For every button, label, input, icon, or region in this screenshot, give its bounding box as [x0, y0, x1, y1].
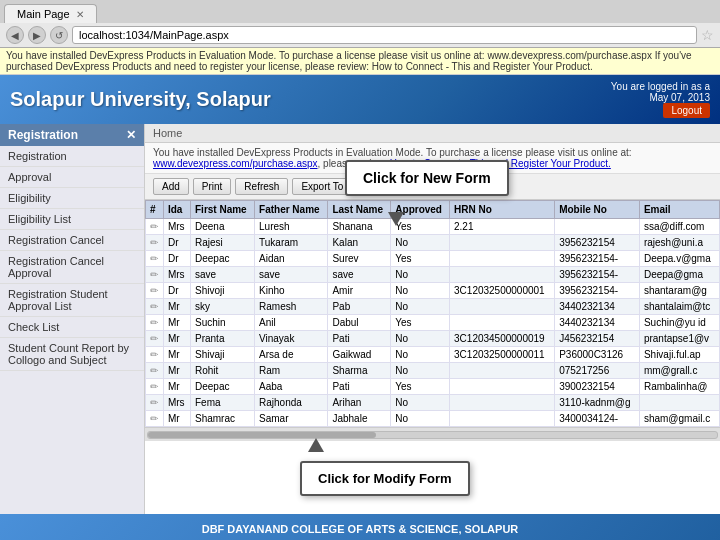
breadcrumb: Home — [145, 124, 720, 143]
cell-first: Fema — [191, 395, 255, 411]
cell-approved: Yes — [391, 379, 450, 395]
cell-edit[interactable]: ✏ — [146, 347, 164, 363]
refresh-button[interactable]: ↺ — [50, 26, 68, 44]
cell-hrn: 3C12032500000001 — [450, 283, 555, 299]
cell-edit[interactable]: ✏ — [146, 331, 164, 347]
edit-icon[interactable]: ✏ — [150, 365, 158, 376]
refresh-data-button[interactable]: Refresh — [235, 178, 288, 195]
sidebar-item-student-count[interactable]: Student Count Report by Collogo and Subj… — [0, 338, 144, 371]
cell-hrn — [450, 315, 555, 331]
edit-icon[interactable]: ✏ — [150, 381, 158, 392]
sidebar-item-checklist[interactable]: Check List — [0, 317, 144, 338]
cell-approved: Yes — [391, 315, 450, 331]
edit-icon[interactable]: ✏ — [150, 397, 158, 408]
cell-last: Shanana — [328, 219, 391, 235]
forward-button[interactable]: ▶ — [28, 26, 46, 44]
hscroll-track[interactable] — [147, 431, 718, 439]
data-table: # Ida First Name Father Name Last Name A… — [145, 200, 720, 427]
browser-tab[interactable]: Main Page ✕ — [4, 4, 97, 23]
add-button[interactable]: Add — [153, 178, 189, 195]
cell-father: Anil — [255, 315, 328, 331]
cell-ida: Mrs — [163, 219, 190, 235]
cell-approved: No — [391, 347, 450, 363]
table-row: ✏ Dr Rajesi Tukaram Kalan No 3956232154 … — [146, 235, 720, 251]
cell-ida: Dr — [163, 235, 190, 251]
sidebar-close-icon[interactable]: ✕ — [126, 128, 136, 142]
logout-button[interactable]: Logout — [663, 103, 710, 118]
cell-edit[interactable]: ✏ — [146, 251, 164, 267]
edit-icon[interactable]: ✏ — [150, 237, 158, 248]
cell-hrn — [450, 299, 555, 315]
cell-first: Suchin — [191, 315, 255, 331]
edit-icon[interactable]: ✏ — [150, 333, 158, 344]
edit-icon[interactable]: ✏ — [150, 317, 158, 328]
edit-icon[interactable]: ✏ — [150, 269, 158, 280]
table-body: ✏ Mrs Deena Luresh Shanana Yes 2.21 ssa@… — [146, 219, 720, 427]
cell-edit[interactable]: ✏ — [146, 411, 164, 427]
cell-edit[interactable]: ✏ — [146, 363, 164, 379]
cell-last: Pab — [328, 299, 391, 315]
site-header: Solapur University, Solapur You are logg… — [0, 75, 720, 124]
cell-first: Shivoji — [191, 283, 255, 299]
sidebar-item-reg-cancel[interactable]: Registration Cancel — [0, 230, 144, 251]
cell-edit[interactable]: ✏ — [146, 219, 164, 235]
cell-hrn — [450, 363, 555, 379]
cell-mobile: 3956232154- — [555, 267, 640, 283]
header-right: You are logged in as a May 07, 2013 Logo… — [611, 81, 710, 118]
cell-mobile: 3440232134 — [555, 299, 640, 315]
print-button[interactable]: Print — [193, 178, 232, 195]
address-input[interactable] — [72, 26, 697, 44]
cell-edit[interactable]: ✏ — [146, 283, 164, 299]
cell-last: Kalan — [328, 235, 391, 251]
cell-email: shantaram@g — [639, 283, 719, 299]
sidebar: Registration ✕ Registration Approval Eli… — [0, 124, 145, 514]
cell-mobile: 3400034124- — [555, 411, 640, 427]
edit-icon[interactable]: ✏ — [150, 253, 158, 264]
tab-bar: Main Page ✕ — [0, 0, 720, 23]
cell-last: Pati — [328, 331, 391, 347]
tooltip-new-form-text: Click for New Form — [363, 170, 491, 186]
edit-icon[interactable]: ✏ — [150, 221, 158, 232]
cell-last: Sharma — [328, 363, 391, 379]
horizontal-scrollbar[interactable] — [145, 427, 720, 441]
bookmark-icon[interactable]: ☆ — [701, 27, 714, 43]
sidebar-item-reg-cancel-approval[interactable]: Registration Cancel Approval — [0, 251, 144, 284]
cell-mobile: 3440232134 — [555, 315, 640, 331]
edit-icon[interactable]: ✏ — [150, 301, 158, 312]
cell-edit[interactable]: ✏ — [146, 379, 164, 395]
cell-father: Rajhonda — [255, 395, 328, 411]
cell-approved: No — [391, 235, 450, 251]
tab-close-icon[interactable]: ✕ — [76, 9, 84, 20]
cell-mobile: 3900232154 — [555, 379, 640, 395]
sidebar-item-registration[interactable]: Registration — [0, 146, 144, 167]
back-button[interactable]: ◀ — [6, 26, 24, 44]
sidebar-item-eligibility-list[interactable]: Eligibility List — [0, 209, 144, 230]
info-link-purchase[interactable]: www.devexpress.com/purchase.aspx — [153, 158, 318, 169]
sidebar-item-eligibility[interactable]: Eligibility — [0, 188, 144, 209]
cell-first: Pranta — [191, 331, 255, 347]
sidebar-item-reg-student-approval[interactable]: Registration Student Approval List — [0, 284, 144, 317]
cell-mobile: P36000C3126 — [555, 347, 640, 363]
edit-icon[interactable]: ✏ — [150, 413, 158, 424]
cell-edit[interactable]: ✏ — [146, 395, 164, 411]
cell-email: mm@grall.c — [639, 363, 719, 379]
cell-father: Tukaram — [255, 235, 328, 251]
hscroll-thumb[interactable] — [148, 432, 376, 438]
col-num: # — [146, 201, 164, 219]
footer: DBF DAYANAND COLLEGE OF ARTS & SCIENCE, … — [0, 514, 720, 540]
cell-email: Suchin@yu id — [639, 315, 719, 331]
cell-edit[interactable]: ✏ — [146, 235, 164, 251]
table-row: ✏ Mr Shamrac Samar Jabhale No 3400034124… — [146, 411, 720, 427]
cell-email: rajesh@uni.a — [639, 235, 719, 251]
edit-icon[interactable]: ✏ — [150, 285, 158, 296]
cell-edit[interactable]: ✏ — [146, 299, 164, 315]
tooltip-modify-form-text: Click for Modify Form — [318, 471, 452, 486]
cell-edit[interactable]: ✏ — [146, 267, 164, 283]
sidebar-item-approval[interactable]: Approval — [0, 167, 144, 188]
cell-edit[interactable]: ✏ — [146, 315, 164, 331]
edit-icon[interactable]: ✏ — [150, 349, 158, 360]
cell-father: Vinayak — [255, 331, 328, 347]
cell-ida: Mr — [163, 363, 190, 379]
cell-ida: Mr — [163, 331, 190, 347]
arrow-modify-form — [308, 438, 324, 452]
